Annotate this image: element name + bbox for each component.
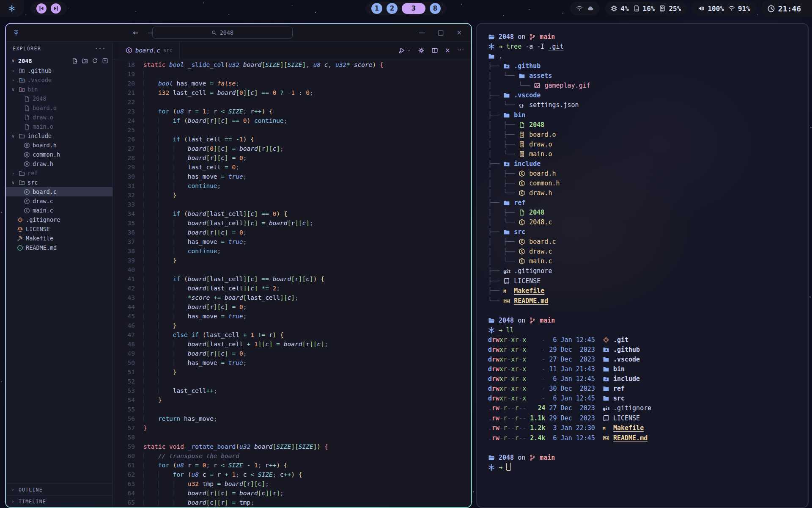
sidebar-item-LICENSE[interactable]: LICENSE	[6, 224, 112, 234]
line-number: 63	[113, 479, 143, 489]
workspace-3[interactable]: 3	[402, 3, 425, 14]
sidebar-item-draw.c[interactable]: draw.c	[6, 196, 112, 206]
sidebar-item-board.h[interactable]: board.h	[6, 141, 112, 150]
binf-icon	[518, 141, 525, 148]
system-tray[interactable]	[570, 2, 600, 15]
hexc-icon	[518, 170, 525, 177]
f-o-icon	[19, 170, 25, 177]
chevron-right-icon: ›	[10, 68, 16, 74]
sidebar-item-2048[interactable]: 2048	[6, 94, 112, 103]
code-line-54: 54 }	[113, 395, 471, 405]
item-label: main.o	[33, 123, 53, 130]
launcher-module[interactable]	[0, 0, 24, 17]
command-ll: → ll	[488, 326, 797, 335]
outline-section[interactable]: ›OUTLINE	[6, 483, 112, 495]
folder-icon	[488, 53, 495, 60]
git-branch-icon	[529, 33, 536, 40]
command-center-search[interactable]: 2048	[152, 27, 293, 39]
sidebar-item-.vscode[interactable]: ›.vscode	[6, 75, 112, 85]
prompt-line: 2048 on main	[488, 316, 797, 326]
workspace-1[interactable]: 1	[371, 3, 382, 14]
code-line-28: 28 board[r][c] = 0;	[113, 153, 471, 163]
sidebar-item-draw.h[interactable]: draw.h	[6, 159, 112, 168]
settings-gear-button[interactable]	[418, 47, 425, 54]
cloud-tray-icon[interactable]	[587, 5, 594, 12]
explorer-sidebar[interactable]: EXPLORER ··· ∨2048 ›.github›.vscode∨bin2…	[6, 42, 113, 507]
binf-icon	[518, 151, 525, 157]
new-file-button[interactable]	[71, 58, 78, 64]
git-glyph-icon: git	[603, 404, 609, 414]
close-editor-button[interactable]: ×	[445, 47, 450, 54]
maximize-button[interactable]: □	[438, 29, 444, 36]
code-line-38: 38 continue;	[113, 246, 471, 256]
sidebar-item-main.c[interactable]: main.c	[6, 206, 112, 215]
new-folder-button[interactable]	[82, 58, 88, 64]
ll-row: drwxr-xr-x - 6 Jan 12:45 include	[488, 374, 797, 384]
close-button[interactable]: ×	[456, 29, 462, 36]
sidebar-item-README.md[interactable]: README.md	[6, 243, 112, 252]
terminal-window[interactable]: 2048 on main→ tree -a -I .git.├── .githu…	[476, 23, 809, 508]
sidebar-item-board.o[interactable]: board.o	[6, 103, 112, 113]
sidebar-item-main.o[interactable]: main.o	[6, 122, 112, 131]
code-line-44: 44 board[r][c] = 0;	[113, 302, 471, 312]
hexc-icon	[518, 180, 525, 187]
line-number: 29	[113, 163, 143, 172]
file-icon	[24, 124, 30, 130]
refresh-explorer-button[interactable]	[92, 58, 98, 64]
sidebar-item-board.c[interactable]: board.c	[6, 187, 112, 196]
media-previous-button[interactable]	[36, 3, 47, 14]
workspace-2[interactable]: 2	[387, 3, 398, 14]
item-label: common.h	[33, 151, 60, 158]
sidebar-item-Makefile[interactable]: Makefile	[6, 234, 112, 243]
ll-row: .rw-r--r-- 1.1k 29 Dec 2023 LICENSE	[488, 414, 797, 423]
run-file-button[interactable]	[399, 47, 411, 54]
wifi-tray-icon[interactable]	[576, 5, 583, 12]
tree-row: ├── ref	[488, 198, 797, 208]
root-folder-label: 2048	[18, 58, 32, 64]
collapse-folders-button[interactable]	[102, 58, 108, 64]
sidebar-item-src[interactable]: ∨src	[6, 178, 112, 187]
editor-titlebar[interactable]: ← → 2048 — □ ×	[6, 24, 471, 42]
nav-back-button[interactable]: ←	[133, 29, 138, 37]
media-next-button[interactable]	[51, 3, 61, 14]
line-number: 19	[113, 69, 143, 79]
tab-board-c[interactable]: board.c src	[119, 42, 180, 59]
nix-prompt-icon	[488, 327, 495, 334]
minimize-button[interactable]: —	[419, 29, 425, 36]
item-label: bin	[27, 86, 38, 93]
git-branch-icon	[529, 317, 536, 324]
sidebar-item-include[interactable]: ∨include	[6, 131, 112, 141]
hexc-icon	[518, 190, 525, 196]
code-line-29: 29 last_cell = 0;	[113, 163, 471, 172]
tree-row: ├── .vscode	[488, 91, 797, 100]
sidebar-item-common.h[interactable]: common.h	[6, 150, 112, 159]
terminal-input-line[interactable]: →	[488, 463, 797, 472]
chevron-down-icon: ∨	[10, 180, 16, 185]
more-actions-button[interactable]: ···	[457, 47, 464, 54]
sidebar-item-.github[interactable]: ›.github	[6, 66, 112, 75]
sidebar-item-ref[interactable]: ›ref	[6, 168, 112, 178]
workspace-8[interactable]: 8	[430, 3, 441, 14]
timeline-section[interactable]: ›TIMELINE	[6, 495, 112, 507]
sidebar-item-.gitignore[interactable]: .gitignore	[6, 215, 112, 224]
line-number: 22	[113, 97, 143, 107]
code-line-55: 55	[113, 405, 471, 414]
json-braces-icon: {}	[518, 101, 525, 110]
run-icon	[399, 47, 406, 54]
clock-module[interactable]: 21:46	[761, 0, 812, 17]
wifi-stat[interactable]: 91%	[728, 5, 750, 13]
volume-stat[interactable]: 100%	[698, 5, 724, 13]
editor-tabbar: board.c src × ···	[113, 42, 471, 59]
split-editor-button[interactable]	[431, 47, 438, 54]
explorer-root-folder[interactable]: ∨2048	[6, 55, 112, 66]
tree-row: │ ├── 2048	[488, 208, 797, 218]
code-area[interactable]: 18static bool _slide_col(u32 board[SIZE]…	[113, 59, 471, 507]
circc-icon	[24, 198, 30, 204]
code-editor-window[interactable]: ← → 2048 — □ × EXPLORER ··· ∨2048	[5, 23, 472, 508]
sidebar-item-bin[interactable]: ∨bin	[6, 85, 112, 94]
code-line-33: 33	[113, 200, 471, 209]
explorer-more-button[interactable]: ···	[94, 45, 106, 52]
code-line-42: 42 board[last_cell][c] *= 2;	[113, 284, 471, 293]
line-number: 54	[113, 395, 143, 405]
sidebar-item-draw.o[interactable]: draw.o	[6, 113, 112, 122]
